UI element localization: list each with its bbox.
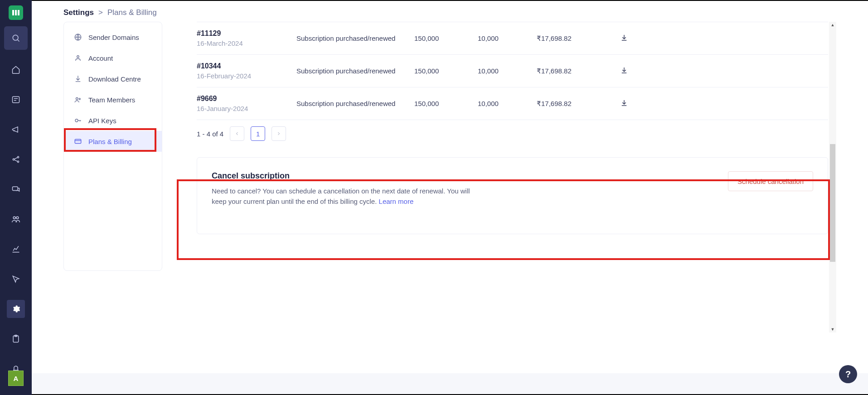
download-icon [74, 75, 82, 83]
download-icon [620, 34, 628, 42]
app-logo[interactable] [9, 5, 23, 20]
sidebar-item-label: Account [88, 54, 113, 62]
svg-rect-1 [15, 10, 17, 15]
chevron-left-icon [234, 131, 240, 136]
pagination-range: 1 - 4 of 4 [197, 130, 223, 138]
invoice-value2: 10,000 [478, 100, 537, 107]
sidebar-item-label: Download Centre [88, 75, 141, 83]
invoice-id: #10344 [197, 62, 296, 70]
breadcrumb-current: Plans & Billing [107, 8, 157, 17]
chart-icon [11, 245, 20, 254]
invoice-id: #11129 [197, 29, 296, 38]
invoice-row: #10344 16-February-2024 Subscription pur… [197, 55, 828, 87]
chevron-right-icon [276, 131, 281, 136]
cursor-icon [11, 275, 20, 284]
svg-point-10 [17, 161, 19, 162]
nav-clipboard[interactable] [7, 330, 25, 348]
nav-home[interactable] [7, 61, 25, 79]
invoice-value2: 10,000 [478, 34, 537, 42]
invoice-id: #9669 [197, 95, 296, 103]
schedule-cancellation-button[interactable]: Schedule cancellation [728, 171, 813, 191]
settings-sidebar: Sender Domains Account Download Centre T… [63, 22, 162, 271]
sidebar-item-label: API Keys [88, 117, 116, 125]
nav-settings[interactable] [7, 300, 25, 318]
svg-point-15 [16, 217, 19, 219]
clipboard-icon [11, 334, 20, 343]
cancel-subscription-card: Cancel subscription Need to cancel? You … [197, 157, 828, 234]
chat-icon [11, 185, 20, 194]
svg-point-9 [17, 156, 19, 158]
globe-icon [74, 33, 82, 41]
download-invoice-button[interactable] [620, 34, 628, 43]
pagination: 1 - 4 of 4 1 [197, 120, 828, 157]
nav-campaigns[interactable] [7, 120, 25, 139]
breadcrumb-separator: > [98, 8, 103, 17]
nav-messages[interactable] [7, 180, 25, 198]
pagination-page-1[interactable]: 1 [251, 126, 265, 141]
invoice-value1: 150,000 [414, 100, 478, 107]
card-icon [74, 137, 82, 145]
invoice-desc: Subscription purchased/renewed [296, 67, 414, 75]
invoice-value1: 150,000 [414, 67, 478, 75]
sidebar-item-team-members[interactable]: Team Members [64, 89, 162, 110]
pagination-prev[interactable] [230, 126, 244, 141]
cancel-learn-more[interactable]: Learn more [379, 198, 414, 205]
svg-point-3 [13, 35, 18, 40]
invoice-row: #11129 16-March-2024 Subscription purcha… [197, 22, 828, 55]
download-icon [620, 66, 628, 74]
sidebar-item-download-centre[interactable]: Download Centre [64, 68, 162, 89]
pagination-next[interactable] [272, 126, 286, 141]
search-icon [11, 34, 20, 43]
sidebar-item-sender-domains[interactable]: Sender Domains [64, 27, 162, 48]
sidebar-item-plans-billing[interactable]: Plans & Billing [64, 131, 162, 152]
download-icon [620, 99, 628, 107]
scrollbar[interactable]: ▲ ▼ [829, 22, 836, 332]
avatar-initial: A [14, 375, 19, 382]
footer-bar [32, 373, 868, 394]
sidebar-item-label: Plans & Billing [88, 138, 132, 145]
scroll-up-icon: ▲ [831, 22, 835, 28]
help-icon: ? [845, 369, 851, 380]
nav-share[interactable] [7, 150, 25, 169]
invoice-amount: ₹17,698.82 [537, 34, 609, 43]
share-icon [11, 155, 20, 164]
download-invoice-button[interactable] [620, 99, 628, 108]
cancel-title: Cancel subscription [212, 171, 484, 181]
sidebar-item-label: Sender Domains [88, 34, 139, 41]
svg-rect-13 [13, 187, 18, 190]
svg-point-22 [75, 119, 78, 122]
scroll-down-icon: ▼ [831, 326, 835, 332]
nav-automation[interactable] [7, 270, 25, 288]
svg-rect-0 [12, 10, 14, 15]
nav-audience[interactable] [7, 210, 25, 228]
svg-point-14 [13, 217, 15, 219]
svg-rect-2 [18, 10, 19, 15]
sidebar-item-label: Team Members [88, 96, 135, 104]
sidebar-item-account[interactable]: Account [64, 48, 162, 68]
breadcrumb-root[interactable]: Settings [63, 8, 94, 17]
svg-line-12 [15, 160, 18, 161]
page-number: 1 [256, 130, 260, 138]
megaphone-icon [11, 125, 20, 134]
home-icon [11, 65, 20, 74]
user-avatar[interactable]: A [8, 371, 24, 386]
gear-icon [11, 304, 20, 313]
svg-line-11 [15, 158, 18, 159]
invoice-date: 16-January-2024 [197, 105, 296, 112]
invoice-date: 16-February-2024 [197, 72, 296, 80]
content-panel: ▲ ▼ #11129 16-March-2024 Subscription pu… [177, 22, 836, 360]
sidebar-item-api-keys[interactable]: API Keys [64, 110, 162, 131]
key-icon [74, 116, 82, 125]
card-icon [11, 95, 20, 104]
download-invoice-button[interactable] [620, 66, 628, 76]
invoice-value2: 10,000 [478, 67, 537, 75]
scroll-thumb[interactable] [830, 144, 835, 262]
help-button[interactable]: ? [839, 365, 857, 383]
cancel-body: Need to cancel? You can schedule a cance… [212, 186, 484, 207]
nav-contacts[interactable] [7, 91, 25, 109]
search-button[interactable] [4, 26, 28, 50]
left-rail: A [0, 0, 32, 395]
breadcrumb: Settings > Plans & Billing [32, 1, 868, 22]
svg-point-20 [76, 98, 78, 100]
nav-analytics[interactable] [7, 240, 25, 258]
